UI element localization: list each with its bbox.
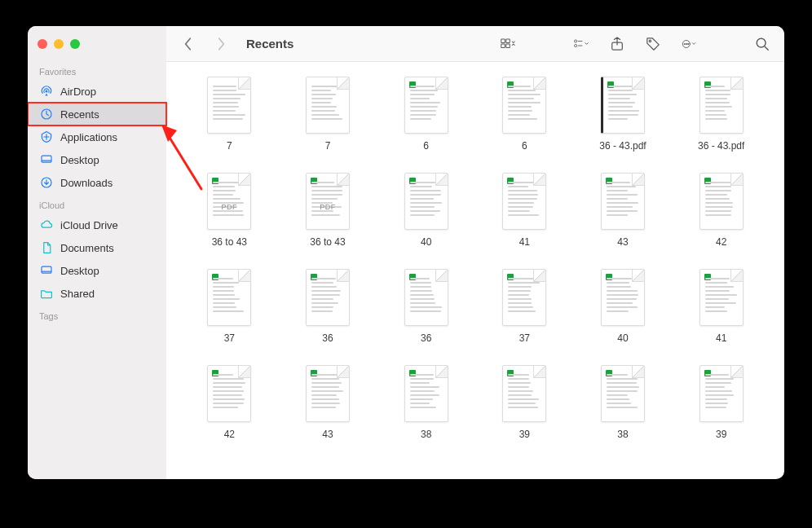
sidebar-section-label: Favorites (28, 60, 166, 80)
file-item[interactable]: 6 (381, 77, 471, 152)
sidebar-section-label: iCloud (28, 194, 166, 213)
svg-point-0 (46, 90, 47, 92)
file-name: 42 (224, 429, 235, 440)
file-item[interactable]: 42 (676, 173, 766, 248)
file-item[interactable]: 41 (676, 269, 766, 344)
file-thumbnail (502, 365, 546, 422)
airdrop-icon (39, 84, 54, 99)
file-thumbnail (404, 77, 448, 134)
svg-point-20 (688, 43, 689, 44)
svg-rect-7 (501, 39, 505, 43)
file-item[interactable]: 39 (676, 365, 766, 440)
file-item[interactable]: PDF36 to 43 (184, 173, 275, 248)
svg-point-18 (684, 43, 685, 44)
file-name: 43 (322, 429, 333, 440)
file-name: 37 (224, 332, 235, 344)
svg-line-22 (765, 46, 768, 50)
sidebar-item-airdrop[interactable]: AirDrop (28, 80, 166, 103)
window-controls (28, 36, 166, 60)
sidebar-item-iclouddrive[interactable]: iCloud Drive (28, 213, 166, 236)
view-switch-button[interactable] (497, 33, 519, 55)
sidebar-item-recents[interactable]: Recents (28, 103, 166, 125)
file-name: 37 (519, 332, 530, 344)
download-icon (39, 175, 54, 190)
sidebar-item-desktop2[interactable]: Desktop (28, 259, 166, 282)
sidebar-item-documents[interactable]: Documents (28, 236, 166, 259)
file-item[interactable]: 6 (479, 77, 570, 152)
file-item[interactable]: 7 (184, 77, 275, 152)
file-thumbnail (601, 77, 645, 134)
file-thumbnail (207, 269, 251, 326)
file-thumbnail (601, 269, 645, 326)
file-item[interactable]: 37 (479, 269, 570, 344)
sidebar-item-downloads[interactable]: Downloads (28, 171, 166, 194)
sidebar-item-applications[interactable]: Applications (28, 125, 166, 148)
sidebar-item-label: Downloads (60, 177, 113, 189)
sidebar-item-label: iCloud Drive (60, 219, 118, 231)
file-name: 7 (325, 140, 331, 152)
sidebar-item-desktop[interactable]: Desktop (28, 148, 166, 171)
file-grid-area[interactable]: 776636 - 43.pdf36 - 43.pdfPDF36 to 43PDF… (166, 62, 784, 479)
file-thumbnail (404, 365, 448, 422)
file-name: 41 (716, 332, 726, 344)
file-item[interactable]: 37 (184, 269, 275, 344)
file-name: 42 (716, 236, 726, 248)
close-button[interactable] (38, 39, 47, 49)
file-item[interactable]: 36 - 43.pdf (578, 77, 669, 152)
file-thumbnail (306, 77, 350, 134)
file-item[interactable]: PDF36 to 43 (283, 173, 373, 248)
file-item[interactable]: 42 (184, 365, 275, 440)
sidebar-item-label: Shared (60, 288, 95, 300)
file-name: 36 - 43.pdf (698, 140, 744, 152)
file-item[interactable]: 39 (479, 365, 570, 440)
file-thumbnail (306, 269, 350, 326)
doc-icon (39, 240, 54, 255)
file-item[interactable]: 38 (381, 365, 471, 440)
file-name: 38 (421, 429, 431, 440)
sidebar-item-label: Recents (60, 108, 99, 121)
zoom-button[interactable] (70, 39, 80, 49)
file-name: 36 (421, 332, 431, 344)
file-item[interactable]: 43 (283, 365, 373, 440)
file-item[interactable]: 40 (381, 173, 471, 248)
file-item[interactable]: 41 (479, 173, 570, 248)
back-button[interactable] (178, 33, 199, 55)
file-item[interactable]: 43 (578, 173, 669, 248)
svg-point-16 (649, 40, 651, 42)
file-item[interactable]: 36 (381, 269, 471, 344)
tags-button[interactable] (642, 33, 664, 55)
file-name: 40 (617, 332, 628, 344)
sidebar-item-shared[interactable]: Shared (28, 282, 166, 305)
main-area: Recents (166, 26, 784, 479)
sidebar-item-label: Documents (60, 242, 114, 254)
file-thumbnail (502, 77, 546, 134)
app-icon (39, 130, 54, 144)
file-item[interactable]: 36 (283, 269, 373, 344)
search-button[interactable] (752, 33, 773, 55)
group-button[interactable] (571, 33, 592, 55)
file-item[interactable]: 36 - 43.pdf (676, 77, 766, 152)
file-name: 43 (617, 236, 628, 248)
file-name: 36 to 43 (310, 236, 345, 248)
file-thumbnail (404, 173, 448, 230)
nav-buttons (178, 33, 232, 55)
file-name: 39 (519, 429, 530, 440)
file-thumbnail (699, 173, 744, 230)
forward-button[interactable] (210, 33, 232, 55)
minimize-button[interactable] (54, 39, 64, 49)
share-button[interactable] (607, 33, 628, 55)
file-grid: 776636 - 43.pdf36 - 43.pdfPDF36 to 43PDF… (166, 62, 784, 464)
file-thumbnail: PDF (207, 173, 251, 230)
actions-button[interactable] (678, 33, 699, 55)
file-thumbnail (306, 365, 350, 422)
file-thumbnail (601, 173, 645, 230)
file-thumbnail (502, 173, 546, 230)
svg-rect-8 (506, 39, 510, 43)
file-item[interactable]: 40 (578, 269, 669, 344)
svg-point-21 (757, 38, 766, 47)
sidebar-item-label: AirDrop (60, 86, 96, 98)
file-item[interactable]: 38 (578, 365, 669, 440)
folder-icon (39, 286, 54, 301)
sidebar: FavoritesAirDropRecentsApplicationsDeskt… (28, 26, 166, 479)
file-item[interactable]: 7 (283, 77, 373, 152)
